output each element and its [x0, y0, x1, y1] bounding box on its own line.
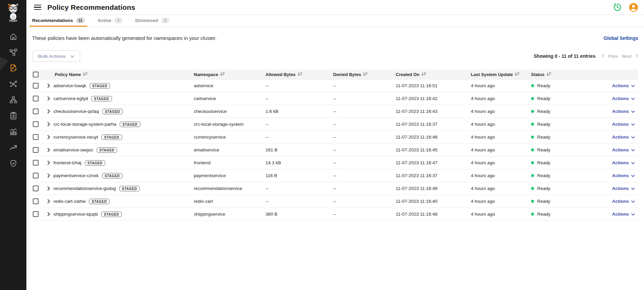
table-row: recommendationservice-godxg STAGED recom… — [32, 182, 638, 195]
tab-active[interactable]: Active 1 — [95, 15, 125, 27]
expand-chevron-icon[interactable] — [47, 148, 50, 152]
sort-icon[interactable] — [220, 72, 225, 77]
bulk-actions-label: Bulk Actions — [38, 54, 66, 59]
chevron-left-icon[interactable] — [602, 53, 604, 59]
sort-icon[interactable] — [298, 72, 302, 77]
column-header-created-on[interactable]: Created On — [396, 72, 419, 77]
actions-button[interactable]: Actions — [612, 109, 635, 114]
row-checkbox[interactable] — [33, 198, 39, 204]
actions-button[interactable]: Actions — [612, 199, 635, 204]
staged-badge: STAGED — [85, 160, 106, 166]
actions-button[interactable]: Actions — [612, 212, 635, 217]
expand-chevron-icon[interactable] — [47, 83, 50, 88]
row-checkbox[interactable] — [33, 108, 39, 114]
created-on-cell: 11-07-2023 11:16:45 — [396, 147, 471, 152]
row-checkbox[interactable] — [33, 121, 39, 127]
tab-dismissed[interactable]: Dismissed 2 — [133, 15, 172, 27]
expand-chevron-icon[interactable] — [47, 199, 50, 203]
expand-chevron-icon[interactable] — [47, 173, 50, 178]
sidebar-nav — [6, 32, 20, 168]
actions-button[interactable]: Actions — [612, 147, 635, 152]
expand-chevron-icon[interactable] — [47, 135, 50, 139]
row-checkbox[interactable] — [33, 83, 39, 89]
actions-button[interactable]: Actions — [612, 122, 635, 127]
status-cell: Ready — [531, 212, 592, 217]
denied-bytes-cell: -- — [333, 212, 396, 217]
staged-badge: STAGED — [97, 147, 117, 153]
status-cell: Ready — [531, 135, 592, 140]
table-row: emailservice-owgsc STAGED emailservice 1… — [32, 144, 638, 156]
last-system-update-cell: 4 hours ago — [471, 173, 531, 178]
recommendations-table: Policy Name Namespace Allowed Bytes — [32, 70, 638, 221]
row-checkbox[interactable] — [33, 173, 39, 178]
last-system-update-cell: 4 hours ago — [471, 147, 531, 152]
actions-button[interactable]: Actions — [612, 83, 635, 88]
actions-button[interactable]: Actions — [612, 186, 635, 191]
sidebar-item-shield-check[interactable] — [6, 160, 20, 168]
last-system-update-cell: 4 hours ago — [471, 83, 531, 88]
history-restore-icon[interactable] — [613, 3, 622, 12]
tab-recommendations[interactable]: Recommendations 11 — [29, 15, 87, 27]
sidebar-item-stats-chart[interactable] — [6, 128, 20, 137]
row-checkbox[interactable] — [33, 134, 39, 140]
sort-icon[interactable] — [83, 72, 88, 77]
select-all-checkbox[interactable] — [33, 72, 39, 77]
denied-bytes-cell: -- — [333, 160, 396, 165]
row-checkbox[interactable] — [33, 96, 39, 101]
status-dot-icon — [531, 110, 534, 113]
expand-chevron-icon[interactable] — [47, 96, 50, 101]
sort-icon[interactable] — [547, 72, 551, 77]
expand-chevron-icon[interactable] — [47, 212, 50, 216]
row-checkbox[interactable] — [33, 160, 39, 166]
status-cell: Ready — [531, 186, 592, 191]
sort-icon[interactable] — [421, 72, 426, 77]
actions-button[interactable]: Actions — [612, 173, 635, 178]
sort-icon[interactable] — [515, 72, 520, 77]
column-header-last-system-update[interactable]: Last System Update — [471, 72, 513, 77]
actions-button[interactable]: Actions — [612, 96, 635, 101]
expand-chevron-icon[interactable] — [47, 122, 50, 126]
last-system-update-cell: 4 hours ago — [471, 135, 531, 140]
tab-count-badge: 11 — [76, 18, 85, 23]
sort-icon[interactable] — [363, 72, 368, 77]
global-settings-link[interactable]: Global Settings — [603, 35, 638, 41]
row-checkbox[interactable] — [33, 147, 39, 153]
namespace-cell: currencyservice — [194, 135, 266, 140]
allowed-bytes-cell: -- — [266, 83, 333, 88]
sidebar-item-trend-arrow[interactable] — [6, 144, 20, 152]
policy-name: currencyservice-neuyt — [53, 135, 98, 140]
row-checkbox[interactable] — [33, 211, 39, 217]
last-system-update-cell: 4 hours ago — [471, 160, 531, 165]
expand-chevron-icon[interactable] — [47, 109, 50, 114]
bulk-actions-button[interactable]: Bulk Actions — [32, 50, 80, 62]
status-dot-icon — [531, 123, 534, 126]
sidebar-item-share-nodes[interactable] — [6, 80, 20, 89]
sidebar-item-home[interactable] — [6, 32, 20, 41]
denied-bytes-cell: -- — [333, 96, 396, 101]
user-avatar-icon[interactable] — [629, 3, 638, 12]
actions-button[interactable]: Actions — [612, 135, 635, 140]
sidebar-item-network-graph[interactable] — [6, 48, 20, 57]
next-button[interactable]: Next — [622, 54, 631, 59]
column-header-namespace[interactable]: Namespace — [194, 72, 218, 77]
staged-badge: STAGED — [91, 96, 112, 101]
sidebar-item-clipboard-report[interactable] — [6, 112, 20, 121]
chevron-right-icon[interactable] — [636, 53, 638, 59]
column-header-denied-bytes[interactable]: Denied Bytes — [333, 72, 361, 77]
sidebar-item-policy-recommendations[interactable] — [6, 64, 20, 73]
actions-button[interactable]: Actions — [612, 160, 635, 165]
status-label: Ready — [537, 109, 550, 114]
tab-label: Dismissed — [135, 18, 158, 23]
row-checkbox[interactable] — [33, 186, 39, 191]
column-header-policy-name[interactable]: Policy Name — [55, 72, 81, 77]
menu-button[interactable] — [34, 4, 43, 11]
denied-bytes-cell: -- — [333, 83, 396, 88]
prev-button[interactable]: Prev — [608, 54, 618, 59]
column-header-status[interactable]: Status — [531, 72, 545, 77]
namespace-cell: shippingservice — [194, 212, 266, 217]
column-header-allowed-bytes[interactable]: Allowed Bytes — [266, 72, 296, 77]
sidebar-item-network-sitemap[interactable] — [6, 96, 20, 105]
expand-chevron-icon[interactable] — [47, 161, 50, 165]
expand-chevron-icon[interactable] — [47, 186, 50, 191]
status-label: Ready — [537, 212, 550, 217]
